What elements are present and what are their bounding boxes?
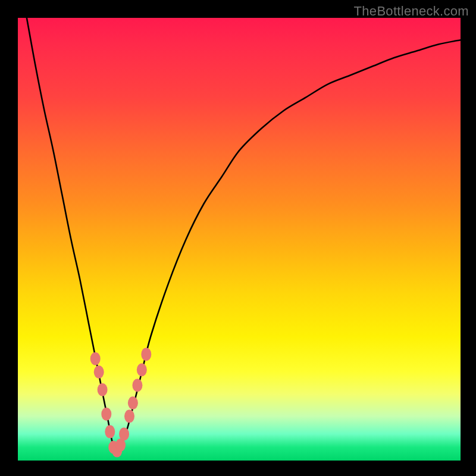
chart-svg xyxy=(18,18,461,461)
plot-area xyxy=(18,18,461,461)
watermark-text: TheBottleneck.com xyxy=(354,4,469,19)
bottleneck-curve xyxy=(27,18,461,453)
curve-marker xyxy=(98,383,108,396)
curve-marker xyxy=(132,379,142,392)
curve-marker xyxy=(128,396,138,409)
marker-group xyxy=(90,347,152,457)
curve-marker xyxy=(94,365,104,378)
curve-marker xyxy=(137,364,147,377)
curve-marker xyxy=(119,427,129,440)
curve-marker xyxy=(90,352,101,365)
curve-marker xyxy=(141,347,151,361)
curve-marker xyxy=(101,408,111,421)
chart-frame: TheBottleneck.com xyxy=(0,0,476,476)
curve-marker xyxy=(105,425,115,439)
curve-marker xyxy=(124,410,134,423)
